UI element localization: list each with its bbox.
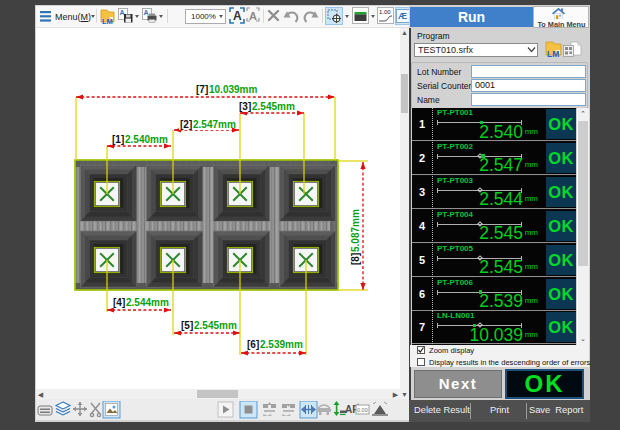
svg-text:[4]: [4] xyxy=(113,297,125,308)
svg-text:[8]: [8] xyxy=(350,253,361,265)
svg-text:Æ: Æ xyxy=(398,11,407,21)
svg-text:[1]: [1] xyxy=(112,134,124,145)
svg-text:2.540mm: 2.540mm xyxy=(125,134,168,145)
svg-text:[3]: [3] xyxy=(239,101,251,112)
svg-text:⇤⇥: ⇤⇥ xyxy=(263,412,271,418)
svg-text:[6]: [6] xyxy=(247,339,259,350)
svg-text:5.087mm: 5.087mm xyxy=(350,209,361,252)
svg-text:[7]: [7] xyxy=(196,84,208,95)
svg-text:2.545mm: 2.545mm xyxy=(194,320,237,331)
svg-text:A: A xyxy=(249,10,257,22)
svg-text:0.00: 0.00 xyxy=(357,407,368,413)
svg-text:[5]: [5] xyxy=(181,320,193,331)
svg-text:2.544mm: 2.544mm xyxy=(126,297,169,308)
svg-text:A: A xyxy=(120,9,125,16)
svg-text:2.545mm: 2.545mm xyxy=(252,101,295,112)
svg-text:1.00: 1.00 xyxy=(379,9,391,15)
svg-text:2.539mm: 2.539mm xyxy=(260,339,303,350)
svg-text:⇤⇥: ⇤⇥ xyxy=(282,412,290,418)
svg-text:[2]: [2] xyxy=(180,119,192,130)
svg-text:LM: LM xyxy=(102,17,113,25)
svg-text:A: A xyxy=(144,9,149,16)
svg-text:LM: LM xyxy=(547,49,559,58)
svg-text:A: A xyxy=(233,9,242,23)
svg-text:10.039mm: 10.039mm xyxy=(209,84,257,95)
svg-text:2.547mm: 2.547mm xyxy=(193,119,236,130)
